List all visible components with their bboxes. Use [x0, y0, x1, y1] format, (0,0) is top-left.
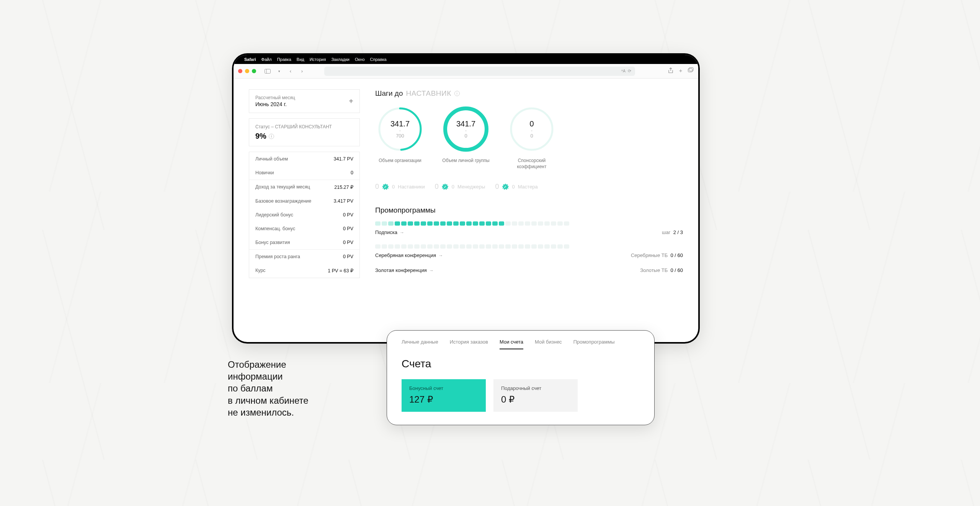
reload-icon[interactable]: ⟳: [628, 69, 631, 74]
rank-name: Мастера: [518, 184, 538, 190]
stat-row: Личный объем341.7 PV: [249, 152, 359, 166]
info-icon[interactable]: i: [269, 134, 274, 139]
window-zoom-icon[interactable]: [252, 69, 256, 73]
menubar-item[interactable]: Окно: [355, 57, 365, 62]
menubar-item[interactable]: Закладки: [331, 57, 350, 62]
tab[interactable]: Мой бизнес: [535, 339, 562, 349]
status-percent: 9%: [255, 132, 266, 141]
stat-row: Новички0: [249, 166, 359, 180]
rank-item: 00Мастера: [495, 183, 537, 191]
account-card[interactable]: Подарочный счет0 ₽: [493, 379, 578, 412]
rank-name: Наставники: [398, 184, 425, 190]
arrow-right-icon: →: [438, 253, 443, 258]
stat-row: Доход за текущий месяц215.27 ₽: [249, 180, 359, 194]
svg-rect-3: [689, 68, 693, 71]
progress-bar: [375, 221, 683, 226]
check-badge-icon: [382, 183, 389, 190]
forward-icon[interactable]: ›: [297, 67, 307, 75]
new-tab-icon[interactable]: ＋: [678, 67, 683, 75]
account-label: Подарочный счет: [501, 385, 570, 391]
tab[interactable]: История заказов: [450, 339, 488, 349]
rank-row: 00Наставники00Менеджеры00Мастера: [375, 183, 683, 191]
tab[interactable]: Личные данные: [402, 339, 438, 349]
progress-ring: 341.7 - 700 Объем организации: [375, 106, 425, 170]
ring-label: Спонсорский коэффициент: [507, 157, 557, 170]
stat-label: Премия роста ранга: [255, 254, 300, 259]
svg-rect-0: [265, 69, 271, 73]
stat-value: 0 PV: [343, 212, 353, 218]
menubar-item[interactable]: Файл: [261, 57, 272, 62]
macos-menubar: Safari Файл Правка Вид История Закладки …: [234, 55, 698, 64]
promo-list: Подписка→ шаг 2 / 3 Серебряная конференц…: [375, 221, 683, 273]
rank-item: 00Наставники: [375, 183, 425, 191]
ring-label: Объем организации: [375, 157, 425, 164]
plus-icon[interactable]: +: [349, 97, 353, 106]
status-card: Статус – СТАРШИЙ КОНСУЛЬТАНТ 9% i: [249, 118, 360, 146]
chevron-down-icon[interactable]: ▾: [274, 67, 284, 75]
page-content: Рассчетный месяц Июнь 2024 г. + Статус –…: [234, 79, 698, 342]
stat-label: Бонус развития: [255, 240, 290, 245]
stat-value: 0 PV: [343, 254, 353, 259]
progress-rings: 341.7 - 700 Объем организации 341.7 - 0 …: [375, 106, 683, 170]
menubar-item[interactable]: Правка: [277, 57, 291, 62]
svg-rect-2: [688, 69, 693, 72]
steps-prefix: Шаги до: [375, 89, 403, 98]
stats-list: Личный объем341.7 PVНовички0Доход за тек…: [249, 152, 360, 278]
window-close-icon[interactable]: [238, 69, 242, 73]
ring-label: Объем личной группы: [441, 157, 491, 164]
info-icon[interactable]: i: [454, 91, 460, 96]
promo-name[interactable]: Серебряная конференция→: [375, 252, 443, 258]
ring-numerator: 341.7: [456, 120, 475, 128]
promo-meta: Серебряные ТБ 0 / 60: [631, 252, 683, 258]
side-panel: Рассчетный месяц Июнь 2024 г. + Статус –…: [249, 89, 360, 342]
sidebar-toggle-icon[interactable]: [263, 67, 272, 75]
promo-name[interactable]: Подписка→: [375, 229, 404, 235]
reader-icon[interactable]: ᴬA: [621, 69, 626, 73]
promo-name[interactable]: Золотая конференция→: [375, 267, 434, 273]
stat-label: Лидерский бонус: [255, 212, 293, 218]
window-minimize-icon[interactable]: [245, 69, 249, 73]
ring-denominator: 0: [530, 133, 533, 139]
stat-value: 3.417 PV: [334, 198, 353, 204]
ring-denominator: 700: [396, 133, 404, 139]
stat-row: Базовое вознаграждение3.417 PV: [249, 194, 359, 208]
steps-target: НАСТАВНИК: [406, 89, 451, 98]
tab[interactable]: Мои счета: [500, 339, 523, 349]
promo-meta: Золотые ТБ 0 / 60: [640, 267, 683, 273]
rank-name: Менеджеры: [457, 184, 485, 190]
ring-numerator: 341.7: [390, 120, 410, 128]
promo-item: Серебряная конференция→ Серебряные ТБ 0 …: [375, 244, 683, 258]
menubar-item[interactable]: Вид: [297, 57, 304, 62]
url-bar[interactable]: ᴬA ⟳: [324, 67, 635, 76]
accounts-popup: Личные данныеИстория заказовМои счетаМой…: [387, 330, 655, 425]
stat-value: 341.7 PV: [334, 156, 353, 162]
tab[interactable]: Промопрограммы: [573, 339, 615, 349]
month-value: Июнь 2024 г.: [255, 101, 295, 107]
stat-label: Компенсац. бонус: [255, 226, 295, 231]
month-selector-card[interactable]: Рассчетный месяц Июнь 2024 г. +: [249, 89, 360, 113]
stat-value: 0 PV: [343, 226, 353, 231]
check-badge-icon: [502, 183, 509, 190]
month-label: Рассчетный месяц: [255, 95, 295, 100]
promo-meta: шаг 2 / 3: [662, 229, 683, 235]
tabs-icon[interactable]: [688, 67, 694, 75]
progress-ring: 341.7 - 0 Объем личной группы: [441, 106, 491, 170]
tablet-frame: Safari Файл Правка Вид История Закладки …: [234, 55, 698, 342]
promo-item: Золотая конференция→ Золотые ТБ 0 / 60: [375, 267, 683, 273]
ring-denominator: 0: [464, 133, 467, 139]
promo-item: Подписка→ шаг 2 / 3: [375, 221, 683, 235]
account-label: Бонусный счет: [409, 385, 478, 391]
browser-toolbar: ▾ ‹ › ᴬA ⟳ ＋: [234, 64, 698, 79]
menubar-item[interactable]: Справка: [370, 57, 387, 62]
share-icon[interactable]: [668, 67, 673, 75]
menubar-item[interactable]: История: [310, 57, 326, 62]
stat-row: Курс1 PV = 63 ₽: [249, 264, 359, 278]
stat-label: Курс: [255, 268, 266, 273]
account-card[interactable]: Бонусный счет127 ₽: [402, 379, 486, 412]
caption-text: Отображениеинформациипо балламв личном к…: [228, 359, 309, 418]
check-badge-icon: [442, 183, 449, 190]
rank-item: 00Менеджеры: [435, 183, 485, 191]
back-icon[interactable]: ‹: [286, 67, 295, 75]
arrow-right-icon: →: [429, 268, 434, 273]
stat-value: 0 PV: [343, 240, 353, 245]
